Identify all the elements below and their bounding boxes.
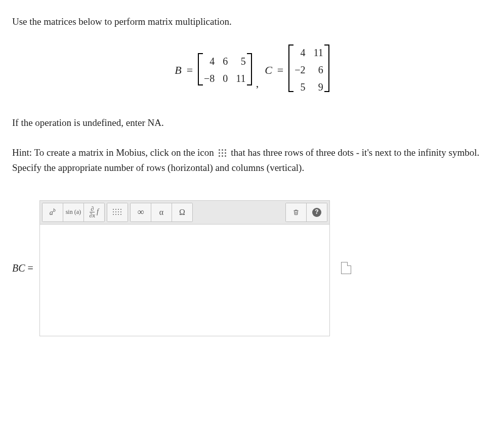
matrix-cell: 0 [223, 70, 228, 86]
infinity-button[interactable]: ∞ [131, 203, 151, 221]
matrix-C: 411−2659 [288, 45, 329, 95]
editor-toolbar: ab sin (a) ∂ ∂x f [40, 201, 329, 225]
separator: , [256, 74, 259, 95]
answer-input[interactable] [40, 225, 329, 336]
alpha-button[interactable]: α [151, 203, 172, 221]
derivative-button[interactable]: ∂ ∂x f [83, 203, 104, 221]
undefined-note: If the operation is undefined, enter NA. [12, 115, 492, 130]
trig-button[interactable]: sin (a) [63, 203, 83, 221]
matrix-cell: 4 [204, 53, 215, 69]
equation-editor: ab sin (a) ∂ ∂x f [39, 200, 330, 336]
matrix-definitions: B = 465−8011 , C = 411−2659 [12, 45, 492, 95]
matrix-button[interactable] [107, 203, 128, 221]
matrix-dots-icon [219, 149, 227, 157]
preview-icon[interactable] [341, 262, 351, 274]
answer-label: BC = [12, 260, 33, 276]
help-button[interactable]: ? [306, 203, 327, 221]
equals-sign: = [187, 61, 193, 79]
matrix-B-name: B [175, 61, 181, 79]
equals-sign: = [277, 61, 283, 79]
matrix-cell: 4 [295, 45, 305, 61]
matrix-cell: 5 [236, 53, 245, 69]
clear-button[interactable] [286, 203, 306, 221]
matrix-cell: 6 [314, 62, 323, 78]
matrix-cell: 6 [223, 53, 228, 69]
matrix-cell: 11 [236, 70, 245, 86]
exponent-button[interactable]: ab [43, 203, 63, 221]
matrix-cell: 9 [314, 79, 323, 95]
matrix-cell: 11 [314, 45, 323, 61]
matrix-cell: −2 [295, 62, 305, 78]
matrix-B: 465−8011 [198, 53, 252, 86]
prompt-text: Use the matrices below to perform matrix… [12, 14, 492, 29]
matrix-C-name: C [265, 61, 272, 79]
omega-button[interactable]: Ω [172, 203, 192, 221]
matrix-cell: −8 [204, 70, 215, 86]
hint-text: Hint: To create a matrix in Mobius, clic… [12, 145, 492, 176]
matrix-cell: 5 [295, 79, 305, 95]
